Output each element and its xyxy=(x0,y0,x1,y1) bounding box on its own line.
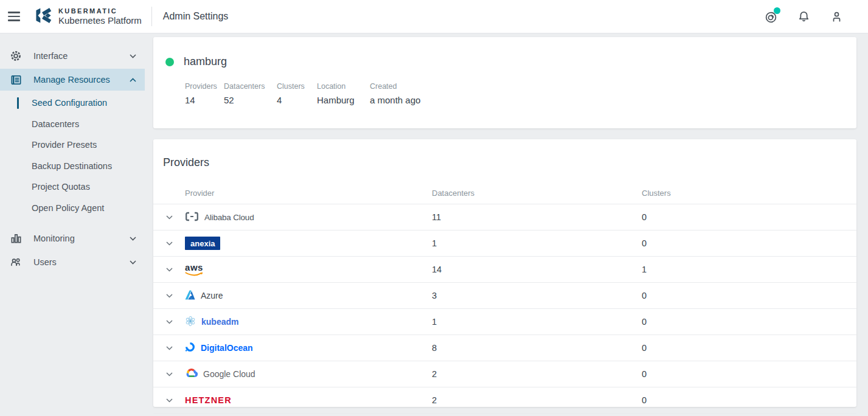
kubeadm-logo-icon xyxy=(185,316,196,328)
datacenters-count: 1 xyxy=(432,238,642,248)
google-cloud-logo-icon xyxy=(185,368,198,380)
aws-smile-icon xyxy=(185,272,203,277)
provider-name: Azure xyxy=(201,291,223,300)
column-header-datacenters: Datacenters xyxy=(432,189,642,198)
digitalocean-logo-icon xyxy=(185,342,195,354)
stat-created: Created a month ago xyxy=(370,82,432,105)
stat-clusters: Clusters 4 xyxy=(277,82,317,105)
anexia-logo: anexia xyxy=(185,237,220,250)
datacenters-count: 8 xyxy=(432,343,642,353)
brand-name: KUBERMATIC xyxy=(58,7,142,15)
expand-row-icon[interactable] xyxy=(163,211,175,223)
clusters-count: 0 xyxy=(642,238,847,248)
table-header-row: Provider Datacenters Clusters xyxy=(153,182,856,204)
chevron-down-icon xyxy=(130,237,136,241)
stat-location: Location Hamburg xyxy=(317,82,370,105)
seed-stats: Providers 14 Datacenters 52 Clusters 4 L… xyxy=(185,82,856,105)
expand-row-icon[interactable] xyxy=(163,263,175,276)
clusters-count: 0 xyxy=(642,343,847,353)
sidebar-item-label: Project Quotas xyxy=(32,182,90,192)
topbar-divider xyxy=(151,7,152,26)
changelog-icon[interactable] xyxy=(763,9,778,24)
table-row[interactable]: HETZNER 2 0 xyxy=(153,387,856,414)
table-row[interactable]: Alibaba Cloud 11 0 xyxy=(153,204,856,231)
sidebar: Interface Manage Resources Seed Configur… xyxy=(0,33,145,416)
sidebar-item-label: Manage Resources xyxy=(33,75,130,85)
expand-row-icon[interactable] xyxy=(163,237,175,249)
provider-name: Alibaba Cloud xyxy=(204,213,254,222)
datacenters-count: 2 xyxy=(432,395,642,405)
clusters-count: 0 xyxy=(642,317,847,327)
page-title: Admin Settings xyxy=(163,11,229,22)
table-row[interactable]: Azure 3 0 xyxy=(153,283,856,309)
sidebar-item-open-policy-agent[interactable]: Open Policy Agent xyxy=(0,198,145,219)
sidebar-item-backup-destinations[interactable]: Backup Destinations xyxy=(0,156,145,177)
bar-chart-icon xyxy=(10,232,22,244)
sidebar-item-monitoring[interactable]: Monitoring xyxy=(0,227,145,249)
users-icon xyxy=(10,256,22,268)
table-row[interactable]: aws 14 1 xyxy=(153,257,856,283)
clusters-count: 0 xyxy=(642,395,847,405)
providers-card-title: Providers xyxy=(153,156,856,169)
table-row[interactable]: kubeadm 1 0 xyxy=(153,309,856,335)
sidebar-item-label: Datacenters xyxy=(32,119,79,129)
bell-icon[interactable] xyxy=(796,9,811,24)
table-row[interactable]: anexia 1 0 xyxy=(153,231,856,257)
user-icon[interactable] xyxy=(829,9,844,24)
seed-status-icon xyxy=(165,58,174,66)
sidebar-item-datacenters[interactable]: Datacenters xyxy=(0,114,145,135)
expand-row-icon[interactable] xyxy=(163,368,175,380)
menu-toggle-button[interactable] xyxy=(0,0,28,33)
kubermatic-logo[interactable]: KUBERMATIC Kubernetes Platform xyxy=(34,6,142,27)
table-row[interactable]: Google Cloud 2 0 xyxy=(153,361,856,387)
chevron-down-icon xyxy=(130,260,136,265)
provider-name: aws xyxy=(185,263,203,272)
sidebar-item-label: Backup Destinations xyxy=(32,161,112,171)
sidebar-item-label: Users xyxy=(33,257,130,267)
sidebar-item-label: Monitoring xyxy=(33,234,130,243)
notification-badge xyxy=(774,7,780,14)
sidebar-item-provider-presets[interactable]: Provider Presets xyxy=(0,134,145,156)
datacenters-count: 14 xyxy=(432,265,642,274)
seed-summary-card: hamburg Providers 14 Datacenters 52 Clus… xyxy=(153,37,856,128)
expand-row-icon[interactable] xyxy=(163,289,175,302)
expand-row-icon[interactable] xyxy=(163,316,175,328)
top-bar: KUBERMATIC Kubernetes Platform Admin Set… xyxy=(0,0,868,33)
provider-name: DigitalOcean xyxy=(201,343,253,353)
brand-subtitle: Kubernetes Platform xyxy=(58,15,142,26)
gear-icon xyxy=(10,50,22,62)
seed-name: hamburg xyxy=(184,55,227,68)
providers-table: Provider Datacenters Clusters xyxy=(153,182,856,414)
datacenters-count: 11 xyxy=(432,212,642,222)
column-header-provider: Provider xyxy=(185,189,432,198)
aws-logo: aws xyxy=(185,263,203,277)
table-row[interactable]: DigitalOcean 8 0 xyxy=(153,335,856,361)
sidebar-item-label: Seed Configuration xyxy=(32,98,107,108)
provider-name: Google Cloud xyxy=(203,369,255,379)
datacenters-count: 2 xyxy=(432,369,642,379)
kubermatic-logo-icon xyxy=(34,6,53,27)
main-content: hamburg Providers 14 Datacenters 52 Clus… xyxy=(145,33,868,416)
sidebar-item-seed-configuration[interactable]: Seed Configuration xyxy=(0,92,145,114)
clusters-count: 0 xyxy=(642,212,847,222)
list-icon xyxy=(10,74,22,86)
expand-row-icon[interactable] xyxy=(163,394,175,406)
sidebar-item-users[interactable]: Users xyxy=(0,251,145,273)
chevron-down-icon xyxy=(130,54,136,58)
stat-providers: Providers 14 xyxy=(185,82,224,105)
sidebar-item-label: Interface xyxy=(33,51,130,61)
chevron-up-icon xyxy=(130,78,136,82)
alibaba-cloud-logo-icon xyxy=(185,212,199,223)
azure-logo-icon xyxy=(185,290,195,302)
sidebar-item-project-quotas[interactable]: Project Quotas xyxy=(0,176,145,198)
sidebar-item-interface[interactable]: Interface xyxy=(0,45,145,67)
datacenters-count: 3 xyxy=(432,291,642,300)
clusters-count: 0 xyxy=(642,291,847,300)
expand-row-icon[interactable] xyxy=(163,342,175,354)
clusters-count: 1 xyxy=(642,265,847,274)
stat-datacenters: Datacenters 52 xyxy=(224,82,277,105)
clusters-count: 0 xyxy=(642,369,847,379)
datacenters-count: 1 xyxy=(432,317,642,327)
hetzner-logo: HETZNER xyxy=(185,395,232,405)
sidebar-item-manage-resources[interactable]: Manage Resources xyxy=(0,69,145,91)
